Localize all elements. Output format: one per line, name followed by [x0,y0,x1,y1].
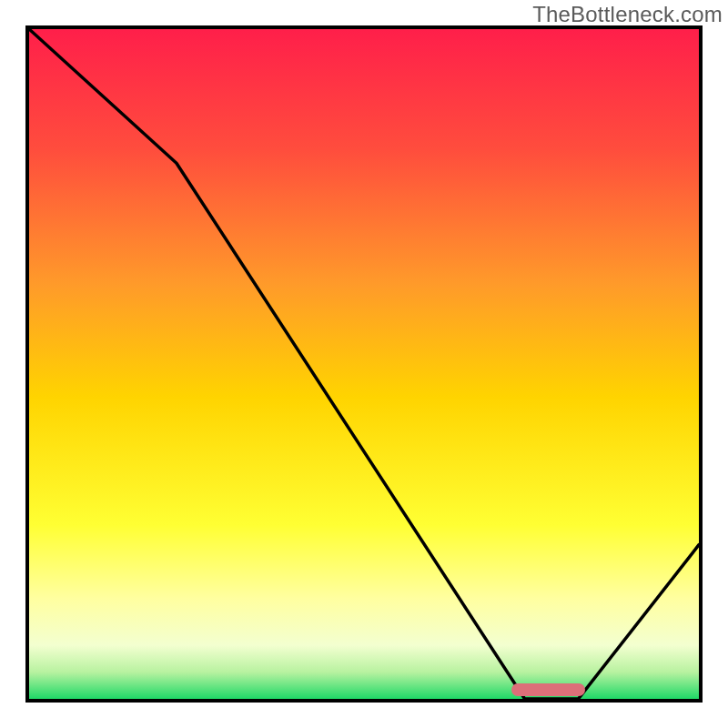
sweet-spot-marker [511,683,585,696]
watermark-label: TheBottleneck.com [532,2,723,27]
chart-canvas: TheBottleneck.com [0,0,728,728]
bottleneck-curve [29,29,699,699]
plot-frame [25,25,703,703]
